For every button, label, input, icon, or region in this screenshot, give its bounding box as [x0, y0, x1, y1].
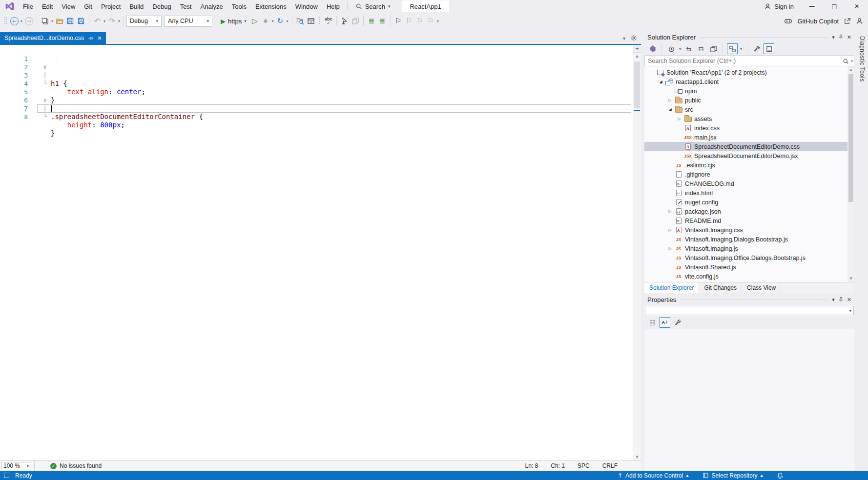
menu-file[interactable]: File: [19, 0, 38, 13]
tree-item-spreadsheetdocumenteditordemo-css[interactable]: A SpreadsheetDocumentEditorDemo.css: [644, 142, 854, 151]
open-file-button[interactable]: [54, 15, 65, 27]
sign-in-button[interactable]: Sign in: [757, 0, 801, 13]
chevron-down-icon[interactable]: ▾: [271, 19, 275, 23]
code-line[interactable]: 4: [0, 71, 633, 80]
github-copilot-icon[interactable]: [784, 17, 792, 25]
menu-view[interactable]: View: [57, 0, 80, 13]
code-line[interactable]: 6 │ height: 800px;: [0, 88, 633, 96]
previous-bookmark-button[interactable]: ⚐: [404, 15, 414, 27]
notifications-bell-icon[interactable]: [777, 472, 784, 479]
toolbar-overflow-button[interactable]: ▾: [436, 19, 440, 23]
chevron-down-icon[interactable]: ▾: [20, 19, 23, 23]
decrease-indent-button[interactable]: ≣: [366, 15, 377, 27]
undo-button[interactable]: ↶: [92, 15, 103, 27]
scroll-down-icon[interactable]: ▼: [633, 454, 641, 460]
chevron-down-icon[interactable]: ▾: [739, 47, 743, 51]
expander-collapsed-icon[interactable]: ▷: [675, 117, 683, 121]
menu-debug[interactable]: Debug: [148, 0, 175, 13]
switch-views-icon[interactable]: [647, 43, 658, 54]
tree-item-package-json[interactable]: ▷ { } package.json: [644, 207, 854, 216]
close-icon[interactable]: ✕: [847, 297, 851, 303]
code-line[interactable]: 7 └ }: [0, 96, 633, 104]
object-selector-dropdown[interactable]: ▾: [645, 306, 854, 315]
select-repository-button[interactable]: Select Repository ▲: [703, 472, 763, 479]
editor-settings-gear-icon[interactable]: [630, 35, 637, 41]
save-all-button[interactable]: [76, 15, 86, 27]
scroll-up-icon[interactable]: ▲: [847, 66, 854, 73]
tree-item-main-jsx[interactable]: JSX main.jsx: [644, 133, 854, 142]
scrollbar-track[interactable]: [633, 60, 641, 454]
menu-edit[interactable]: Edit: [38, 0, 57, 13]
start-without-debugging-button[interactable]: ▷: [249, 15, 260, 27]
expander-expanded-icon[interactable]: ◢: [657, 80, 665, 84]
pin-icon[interactable]: [838, 297, 844, 303]
tree-item-vintasoft-shared-js[interactable]: JS Vintasoft.Shared.js: [644, 262, 854, 272]
tree-item-src[interactable]: ◢ src: [644, 105, 854, 114]
preview-selected-items-icon[interactable]: [764, 43, 774, 54]
add-to-source-control-button[interactable]: ↑ Add to Source Control ▲: [618, 472, 689, 479]
track-active-item-icon[interactable]: [727, 43, 738, 54]
sync-with-active-document-icon[interactable]: ⇆: [683, 43, 694, 54]
pin-icon[interactable]: [838, 34, 844, 40]
code-line[interactable]: 1 ∨ h1 {: [0, 46, 633, 55]
scrollbar-thumb[interactable]: [634, 61, 640, 108]
tree-item-reactapp1-client[interactable]: ◢ reactapp1.client: [644, 77, 854, 86]
github-copilot-label[interactable]: GitHub Copilot: [797, 18, 839, 25]
share-icon[interactable]: [844, 18, 851, 25]
tree-item-public[interactable]: ▷ public: [644, 96, 854, 105]
chevron-down-icon[interactable]: ▾: [117, 19, 121, 23]
toolbar-grip[interactable]: [4, 17, 7, 25]
code-area[interactable]: 1 ∨ h1 { 2 │ text-align: center; 3 └ } 4: [0, 45, 633, 460]
panel-drag-grip[interactable]: [701, 36, 827, 39]
window-position-icon[interactable]: ▾: [832, 297, 835, 303]
code-line[interactable]: 5 ∨ .spreadsheetDocumentEditorContainer …: [0, 80, 633, 88]
menu-analyze[interactable]: Analyze: [196, 0, 227, 13]
hot-reload-button[interactable]: [260, 15, 271, 27]
property-pages-wrench-icon[interactable]: [672, 317, 683, 328]
tree-item-eslintrc-cjs[interactable]: JS .eslintrc.cjs: [644, 160, 854, 170]
search-input[interactable]: [645, 58, 843, 64]
expander-collapsed-icon[interactable]: ▷: [666, 246, 674, 251]
minimize-button[interactable]: —: [801, 0, 823, 13]
solution-explorer-header[interactable]: Solution Explorer ▾ ✕: [644, 32, 854, 42]
expander-collapsed-icon[interactable]: ▷: [666, 98, 674, 102]
close-button[interactable]: ✕: [846, 0, 868, 13]
menu-build[interactable]: Build: [125, 0, 148, 13]
navigate-cursor-button[interactable]: [339, 15, 350, 27]
chevron-down-icon[interactable]: ▾: [103, 19, 106, 23]
tree-item-readme-md[interactable]: M↓ README.md: [644, 216, 854, 225]
properties-wrench-icon[interactable]: [751, 43, 762, 54]
menu-project[interactable]: Project: [97, 0, 125, 13]
tree-item-assets[interactable]: ▷ assets: [644, 114, 854, 123]
scrollbar-thumb[interactable]: [848, 74, 853, 202]
tree-item-npm[interactable]: npm: [644, 86, 854, 96]
close-icon[interactable]: ✕: [847, 34, 851, 40]
chevron-down-icon[interactable]: ▾: [286, 19, 289, 23]
navigate-forward-button[interactable]: →: [23, 15, 34, 27]
editor-split-handle[interactable]: ÷: [633, 45, 641, 53]
solution-explorer-search[interactable]: ▾: [644, 56, 854, 66]
panel-drag-grip[interactable]: [681, 299, 827, 301]
chevron-down-icon[interactable]: ▾: [678, 47, 682, 51]
tree-item-nuget-config[interactable]: nuget.config: [644, 198, 854, 207]
menu-tools[interactable]: Tools: [227, 0, 251, 13]
find-in-files-button[interactable]: [295, 15, 306, 27]
feedback-icon[interactable]: [856, 18, 863, 25]
code-editor[interactable]: 1 ∨ h1 { 2 │ text-align: center; 3 └ } 4: [0, 45, 641, 460]
zoom-dropdown[interactable]: 100 % ▾: [1, 462, 31, 470]
scroll-down-icon[interactable]: ▼: [847, 275, 854, 282]
open-documents-dropdown-icon[interactable]: ▾: [623, 36, 625, 41]
code-line[interactable]: 2 │ text-align: center;: [0, 55, 633, 63]
tree-item-solution[interactable]: Solution 'ReactApp1' (2 of 2 projects): [644, 68, 854, 77]
spell-checker-button[interactable]: abc✓: [323, 15, 334, 27]
redo-button[interactable]: ↷: [106, 15, 117, 27]
tree-item-gitignore[interactable]: .gitignore: [644, 170, 854, 179]
restart-button[interactable]: ↻: [275, 15, 286, 27]
tab-solution-explorer[interactable]: Solution Explorer: [644, 282, 699, 293]
code-line-current[interactable]: 8: [0, 104, 633, 113]
configuration-dropdown[interactable]: Debug ▾: [126, 16, 162, 27]
expander-expanded-icon[interactable]: ◢: [666, 107, 674, 112]
maximize-button[interactable]: □: [823, 0, 846, 13]
new-project-button[interactable]: [40, 15, 50, 27]
search-box[interactable]: Search ▾: [351, 0, 395, 13]
